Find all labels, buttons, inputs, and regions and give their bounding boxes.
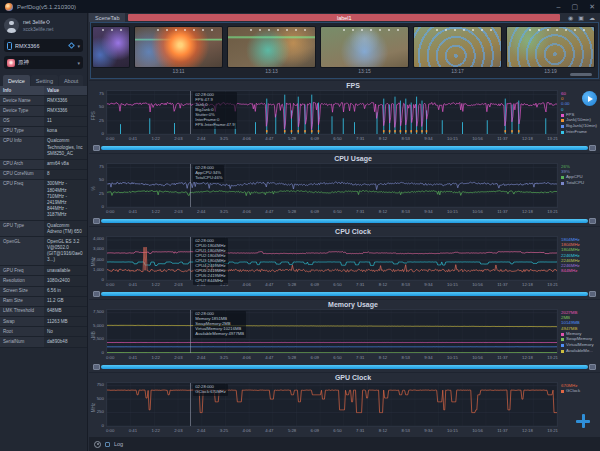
plot-area[interactable]: 02:28:000AppCPU:34%TotalCPU:46% (106, 163, 558, 208)
x-tick-label: 0:41 (129, 355, 137, 363)
x-tick-label: 4:47 (265, 282, 273, 290)
x-tick-label: 10:15 (447, 282, 458, 290)
x-tick-label: 2:44 (197, 428, 205, 436)
scrollbar-left-handle[interactable] (93, 364, 100, 370)
thumbnail-timestamp: 13:15 (358, 69, 371, 74)
x-tick-label: 4:47 (265, 136, 273, 144)
x-tick-label: 7:31 (356, 209, 364, 217)
x-tick-label: 0:41 (129, 282, 137, 290)
user-name: net 3elife (23, 19, 45, 26)
x-tick-label: 0:00 (106, 355, 114, 363)
row-value: RMX3366 (44, 106, 87, 115)
game-screenshot-thumbnail[interactable] (414, 27, 501, 67)
legend-item: InterFrame (561, 130, 599, 135)
x-tick-label: 7:31 (356, 136, 364, 144)
row-value: 11263 MB (44, 317, 87, 326)
scrollbar-right-handle[interactable] (589, 218, 596, 224)
device-select[interactable]: RMX3366 ▾ (4, 39, 83, 52)
time-range-scrollbar (93, 217, 596, 226)
current-value: 4947MB (561, 326, 599, 331)
table-row: CPU Freq300MHz - 1804MHz 710MHz - 2419MH… (0, 179, 87, 220)
legend-swatch (561, 125, 564, 128)
x-tick-label: 8:12 (379, 355, 387, 363)
plot-area[interactable]: 02:28:000GClock:670MHz (106, 382, 558, 427)
scrollbar-right-handle[interactable] (589, 145, 596, 151)
legend-item: GClock (561, 389, 599, 394)
plot-area[interactable]: 02:28:000CPU0:1804MHzCPU1:1804MHzCPU2:18… (106, 236, 558, 281)
x-tick-label: 8:12 (379, 428, 387, 436)
record-icon[interactable] (94, 441, 101, 448)
marker-icon[interactable]: ◉ (568, 15, 573, 21)
thumbnail-slot: 13:15 (321, 27, 408, 78)
add-annotation-button[interactable] (575, 413, 591, 429)
game-screenshot-thumbnail[interactable] (228, 27, 315, 67)
thumbnail-timestamp: 13:11 (172, 69, 184, 74)
save-icon[interactable]: ▣ (578, 15, 584, 21)
x-tick-label: 0:41 (129, 428, 137, 436)
maximize-button[interactable]: ▢ (572, 3, 579, 10)
y-axis-label: FPS (91, 98, 96, 132)
strip-scrollbar[interactable] (570, 73, 592, 76)
current-value: 844MHz (561, 268, 599, 273)
tab-scenetab[interactable]: SceneTab (89, 13, 125, 22)
plot-area[interactable]: 02:28:000Memory:1851MBSwapMemory:2MBVirt… (106, 309, 558, 354)
row-label: Resolution (0, 276, 44, 285)
cloud-upload-icon[interactable]: ☁ (589, 15, 595, 21)
y-axis: MHz4,0003,0002,0001,0000 (89, 236, 106, 281)
scrollbar-right-handle[interactable] (589, 364, 596, 370)
legend-label: AvailableMe... (566, 349, 593, 354)
table-row: Ram Size11.2 GB (0, 296, 87, 306)
sidebar-tab-about[interactable]: About (59, 75, 83, 86)
toolbar-icons: ◉ ▣ ☁ (563, 13, 600, 22)
row-label: Screen Size (0, 287, 44, 296)
x-tick-label: 6:50 (333, 209, 341, 217)
game-screenshot-thumbnail[interactable] (507, 27, 594, 67)
x-tick-label: 4:47 (265, 428, 273, 436)
app-select[interactable]: 原神 ▾ (4, 56, 83, 69)
game-screenshot-thumbnail[interactable] (135, 27, 222, 67)
minimize-button[interactable]: – (557, 3, 561, 10)
sidebar-tab-device[interactable]: Device (3, 75, 30, 86)
phone-icon (7, 42, 12, 50)
row-value: arm64 v8a (44, 160, 87, 169)
play-button[interactable] (582, 91, 597, 106)
table-row: OpenGLOpenGL ES 3.2 V@0502.0 (GIT@1916/0… (0, 236, 87, 265)
scrollbar-left-handle[interactable] (93, 291, 100, 297)
scrollbar-left-handle[interactable] (93, 145, 100, 151)
x-tick-label: 11:37 (497, 428, 507, 436)
chart-right-panel: 2027MB2MB10149MB4947MBMemorySwapMemoryVi… (559, 309, 600, 354)
scrollbar-track[interactable] (101, 365, 588, 369)
row-value: 300MHz - 1804MHz 710MHz - 2419MHz 844MHz… (44, 180, 87, 220)
scrollbar-track[interactable] (101, 292, 588, 296)
table-row: GPU TypeQualcomm Adreno (TM) 650 (0, 220, 87, 236)
close-button[interactable]: ✕ (589, 3, 595, 10)
y-axis-label: % (91, 171, 96, 205)
x-tick-label: 6:50 (333, 428, 341, 436)
x-tick-label: 13:21 (547, 209, 558, 217)
sidebar-tab-setting[interactable]: Setting (31, 75, 58, 86)
sidebar: net 3elife xcck3elife.net RMX3366 ▾ 原神 ▾… (0, 13, 88, 451)
scrollbar-left-handle[interactable] (93, 218, 100, 224)
game-screenshot-thumbnail[interactable] (321, 27, 408, 67)
scrollbar-track[interactable] (101, 219, 588, 223)
x-tick-label: 12:18 (522, 282, 533, 290)
time-cursor (190, 383, 191, 426)
game-screenshot-thumbnail[interactable] (93, 27, 129, 67)
x-tick-label: 4:06 (242, 428, 250, 436)
log-checkbox[interactable] (105, 442, 110, 447)
y-tick-label: 5,000 (93, 323, 104, 327)
x-tick-label: 6:50 (333, 282, 341, 290)
x-tick-label: 2:03 (174, 355, 182, 363)
wrench-icon[interactable] (69, 43, 74, 48)
current-value: 0 (561, 107, 599, 112)
plot-area[interactable]: 02:28:000FPS:47.9Jank:0BigJank:0Stutter:… (106, 90, 558, 135)
row-label: Device Type (0, 106, 44, 115)
chart-plot-row: FPS755025002:28:000FPS:47.9Jank:0BigJank… (89, 90, 600, 135)
x-tick-label: 9:34 (424, 282, 432, 290)
x-tick-label: 9:34 (424, 428, 432, 436)
x-tick-label: 2:03 (174, 428, 182, 436)
scrollbar-track[interactable] (101, 146, 588, 150)
legend-swatch (561, 344, 564, 347)
scrollbar-right-handle[interactable] (589, 291, 596, 297)
x-tick-label: 1:22 (151, 428, 159, 436)
